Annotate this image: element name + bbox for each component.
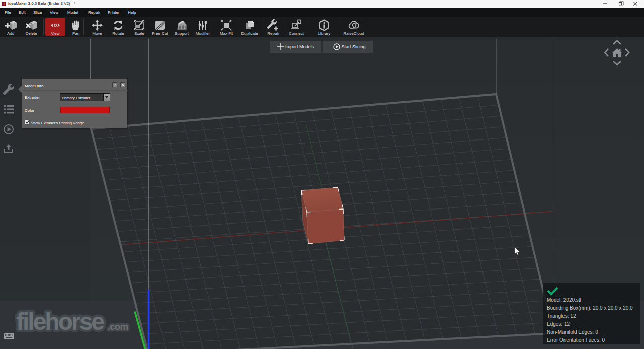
svg-text:filehorse: filehorse [16, 308, 104, 335]
svg-text:.com: .com [108, 321, 128, 332]
